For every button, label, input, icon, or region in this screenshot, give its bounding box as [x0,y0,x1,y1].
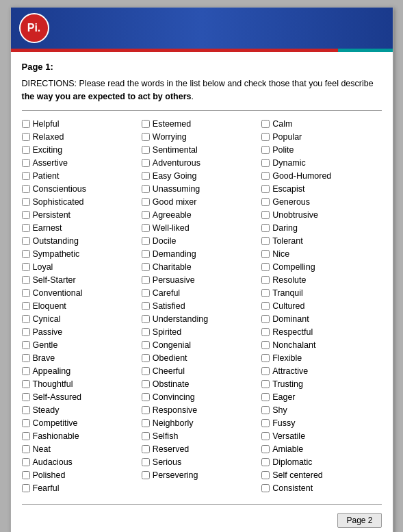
checkbox-escapist[interactable] [261,185,270,193]
checkbox-attractive[interactable] [261,367,270,375]
word-label[interactable]: Patient [33,171,60,181]
word-label[interactable]: Self-Starter [33,275,76,285]
checkbox-brave[interactable] [22,354,30,362]
word-label[interactable]: Persuasive [153,275,195,285]
word-label[interactable]: Eager [272,392,295,402]
word-label[interactable]: Sympathetic [33,249,80,259]
checkbox-appealing[interactable] [22,367,30,375]
word-label[interactable]: Assertive [33,158,68,168]
word-label[interactable]: Persevering [153,470,198,480]
word-label[interactable]: Dominant [272,314,309,324]
word-label[interactable]: Good-Humored [272,171,331,181]
word-label[interactable]: Loyal [33,262,53,272]
word-label[interactable]: Steady [33,405,60,415]
word-label[interactable]: Tranquil [272,288,303,298]
checkbox-assertive[interactable] [22,159,30,167]
word-label[interactable]: Sentimental [153,145,198,155]
checkbox-cynical[interactable] [22,315,30,323]
word-label[interactable]: Congenial [153,340,191,350]
checkbox-self-starter[interactable] [22,276,30,284]
word-label[interactable]: Competitive [33,418,78,428]
checkbox-generous[interactable] [261,198,270,206]
word-label[interactable]: Satisfied [153,301,185,311]
word-label[interactable]: Conscientious [33,184,87,194]
checkbox-exciting[interactable] [22,146,30,154]
word-label[interactable]: Calm [272,119,292,129]
checkbox-versatile[interactable] [261,432,270,440]
checkbox-fearful[interactable] [22,484,30,492]
word-label[interactable]: Good mixer [153,197,197,207]
word-label[interactable]: Generous [272,197,310,207]
checkbox-trusting[interactable] [261,380,270,388]
checkbox-self-assured[interactable] [22,393,30,401]
word-label[interactable]: Audacious [33,457,73,467]
checkbox-steady[interactable] [22,406,30,414]
checkbox-tranquil[interactable] [261,289,270,297]
word-label[interactable]: Esteemed [153,119,191,129]
checkbox-dynamic[interactable] [261,159,270,167]
checkbox-eloquent[interactable] [22,302,30,310]
word-label[interactable]: Fearful [33,483,60,493]
word-label[interactable]: Shy [272,405,287,415]
word-label[interactable]: Escapist [272,184,304,194]
checkbox-conscientious[interactable] [22,185,30,193]
word-label[interactable]: Flexible [272,353,302,363]
word-label[interactable]: Charitable [153,262,192,272]
word-label[interactable]: Well-liked [153,223,190,233]
checkbox-charitable[interactable] [142,263,150,271]
word-label[interactable]: Careful [153,288,180,298]
checkbox-cheerful[interactable] [142,367,150,375]
checkbox-nonchalant[interactable] [261,341,270,349]
checkbox-nice[interactable] [261,250,270,258]
word-label[interactable]: Trusting [272,379,303,389]
checkbox-polished[interactable] [22,471,30,479]
checkbox-sophisticated[interactable] [22,198,30,206]
word-label[interactable]: Easy Going [153,171,197,181]
checkbox-amiable[interactable] [261,445,270,453]
checkbox-popular[interactable] [261,133,270,141]
word-label[interactable]: Unassuming [153,184,200,194]
word-label[interactable]: Helpful [33,119,60,129]
word-label[interactable]: Spirited [153,327,181,337]
word-label[interactable]: Nonchalant [272,340,315,350]
word-label[interactable]: Worrying [153,132,187,142]
checkbox-persistent[interactable] [22,211,30,219]
checkbox-diplomatic[interactable] [261,458,270,466]
checkbox-good-mixer[interactable] [142,198,150,206]
checkbox-agreeable[interactable] [142,211,150,219]
checkbox-fussy[interactable] [261,419,270,427]
checkbox-neighborly[interactable] [142,419,150,427]
word-label[interactable]: Versatile [272,431,305,441]
checkbox-good-humored[interactable] [261,172,270,180]
word-label[interactable]: Obedient [153,353,187,363]
checkbox-sympathetic[interactable] [22,250,30,258]
checkbox-persevering[interactable] [142,471,150,479]
word-label[interactable]: Sophisticated [33,197,84,207]
checkbox-polite[interactable] [261,146,270,154]
word-label[interactable]: Eloquent [33,301,66,311]
word-label[interactable]: Resolute [272,275,306,285]
word-label[interactable]: Polite [272,145,294,155]
word-label[interactable]: Tolerant [272,236,302,246]
word-label[interactable]: Dynamic [272,158,306,168]
checkbox-careful[interactable] [142,289,150,297]
page2-button[interactable]: Page 2 [337,513,381,528]
checkbox-unobtrusive[interactable] [261,211,270,219]
word-label[interactable]: Gentle [33,340,58,350]
checkbox-demanding[interactable] [142,250,150,258]
word-label[interactable]: Diplomatic [272,457,312,467]
word-label[interactable]: Respectful [272,327,313,337]
checkbox-self-centered[interactable] [261,471,270,479]
word-label[interactable]: Outstanding [33,236,79,246]
checkbox-obedient[interactable] [142,354,150,362]
checkbox-docile[interactable] [142,237,150,245]
checkbox-conventional[interactable] [22,289,30,297]
word-label[interactable]: Cynical [33,314,61,324]
checkbox-respectful[interactable] [261,328,270,336]
word-label[interactable]: Demanding [153,249,196,259]
checkbox-esteemed[interactable] [142,120,150,128]
word-label[interactable]: Nice [272,249,289,259]
word-label[interactable]: Neighborly [153,418,194,428]
word-label[interactable]: Responsive [153,405,197,415]
checkbox-fashionable[interactable] [22,432,30,440]
